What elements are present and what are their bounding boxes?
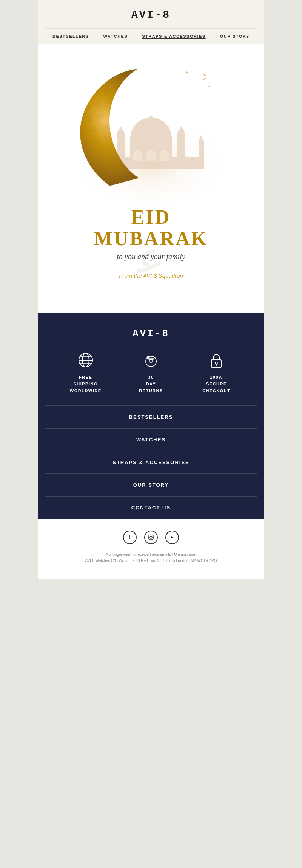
returns-text: 30DAYRETURNS bbox=[122, 374, 180, 394]
features-section: FREESHIPPINGWORLDWIDE 30DAYRETURNS bbox=[45, 351, 257, 405]
address-text: AVI-8 Watches C/O Work Life 20 Red Lion … bbox=[45, 558, 257, 564]
social-icons: f bbox=[45, 531, 257, 544]
svg-marker-47 bbox=[171, 536, 174, 538]
hero-section: ☽ ✦ ✦ bbox=[38, 44, 264, 203]
eid-section: ﻋ EID MUBARAK to you and your family Fro… bbox=[38, 203, 264, 313]
instagram-icon[interactable] bbox=[144, 531, 158, 544]
moon-illustration: ☽ ✦ ✦ bbox=[68, 59, 234, 203]
footer-logo: AVI-8 bbox=[45, 328, 257, 339]
from-text: From the AVI-8 Squadron bbox=[45, 272, 257, 279]
unsubscribe-text: No longer want to receive these emails? … bbox=[45, 552, 257, 558]
svg-text:✦: ✦ bbox=[208, 85, 210, 88]
shipping-text: FREESHIPPINGWORLDWIDE bbox=[57, 374, 114, 394]
svg-rect-25 bbox=[146, 155, 156, 161]
svg-rect-40 bbox=[149, 358, 153, 360]
feature-secure: 100%SECURECHECKOUT bbox=[184, 351, 249, 394]
svg-text:✦: ✦ bbox=[185, 70, 189, 75]
header: AVI-8 BESTSELLERS WATCHES STRAPS & ACCES… bbox=[38, 0, 264, 44]
feature-returns: 30DAYRETURNS bbox=[118, 351, 183, 394]
eid-subtitle: to you and your family bbox=[45, 252, 257, 261]
footer-nav-story[interactable]: OUR STORY bbox=[45, 473, 257, 496]
footer-nav-watches[interactable]: WATCHES bbox=[45, 428, 257, 451]
svg-rect-19 bbox=[200, 138, 202, 143]
nav-item-watches[interactable]: WATCHES bbox=[103, 34, 128, 39]
svg-text:☽: ☽ bbox=[200, 73, 207, 81]
footer-nav-straps[interactable]: STRAPS & ACCESSORIES bbox=[45, 451, 257, 473]
footer-nav-bestsellers[interactable]: BESTSELLERS bbox=[45, 405, 257, 428]
svg-rect-7 bbox=[120, 129, 122, 135]
svg-rect-27 bbox=[160, 155, 169, 161]
footer-dark: AVI-8 FREESHIPPINGWORLDWIDE bbox=[38, 313, 264, 519]
eid-title: EID MUBARAK bbox=[45, 206, 257, 249]
header-logo: AVI-8 bbox=[45, 9, 257, 21]
returns-icon bbox=[142, 351, 160, 370]
footer-nav-contact[interactable]: CONTACT US bbox=[45, 496, 257, 519]
svg-rect-11 bbox=[180, 129, 182, 135]
nav-item-straps[interactable]: STRAPS & ACCESSORIES bbox=[142, 34, 205, 39]
svg-point-46 bbox=[152, 536, 153, 537]
main-nav: BESTSELLERS WATCHES STRAPS & ACCESSORIES… bbox=[45, 28, 257, 44]
youtube-icon[interactable] bbox=[165, 531, 179, 544]
svg-rect-3 bbox=[150, 118, 152, 125]
svg-point-42 bbox=[215, 362, 217, 364]
svg-rect-44 bbox=[149, 535, 153, 540]
svg-point-45 bbox=[150, 536, 152, 538]
social-section: f No longer want to receive these emails… bbox=[38, 519, 264, 579]
nav-item-bestsellers[interactable]: BESTSELLERS bbox=[52, 34, 89, 39]
facebook-icon[interactable]: f bbox=[123, 531, 137, 544]
feature-shipping: FREESHIPPINGWORLDWIDE bbox=[53, 351, 118, 394]
svg-rect-41 bbox=[211, 360, 221, 367]
svg-rect-23 bbox=[133, 155, 142, 161]
secure-text: 100%SECURECHECKOUT bbox=[188, 374, 245, 394]
lock-icon bbox=[207, 351, 226, 370]
nav-item-story[interactable]: OUR STORY bbox=[220, 34, 250, 39]
globe-icon bbox=[76, 351, 95, 370]
